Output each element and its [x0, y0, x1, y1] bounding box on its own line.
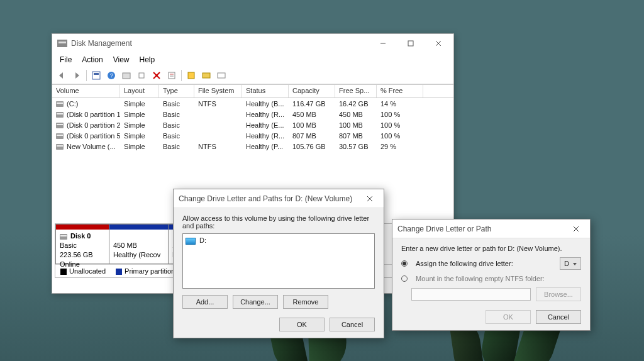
list-item[interactable]: D:: [186, 236, 372, 245]
col-file-system[interactable]: File System: [194, 85, 242, 97]
col-capacity[interactable]: Capacity: [289, 85, 335, 97]
table-row[interactable]: (Disk 0 partition 2)SimpleBasicHealthy (…: [52, 119, 453, 130]
forward-button[interactable]: [70, 69, 84, 82]
drive-icon: [56, 133, 64, 139]
svg-rect-19: [218, 73, 225, 78]
help-icon[interactable]: ?: [104, 69, 118, 82]
menu-action[interactable]: Action: [77, 54, 108, 65]
drive-icon: [186, 238, 196, 245]
col-type[interactable]: Type: [159, 85, 194, 97]
dialog-instruction: Enter a new drive letter or path for D: …: [401, 245, 581, 252]
disk-name: Disk 0: [70, 232, 91, 240]
drive-icon: [56, 101, 64, 107]
cancel-button[interactable]: Cancel: [330, 318, 375, 331]
disk-state: Online: [60, 260, 80, 268]
delete-icon[interactable]: [150, 69, 164, 82]
svg-rect-7: [94, 73, 99, 75]
toolbar-icon[interactable]: [214, 69, 228, 82]
minimize-button[interactable]: [369, 35, 397, 52]
change-button[interactable]: Change...: [233, 295, 278, 309]
close-button[interactable]: [361, 190, 379, 208]
app-icon: [57, 40, 67, 47]
disk-info[interactable]: Disk 0 Basic 223.56 GB Online: [55, 224, 109, 264]
properties-icon[interactable]: [165, 69, 179, 82]
assign-label: Assign the following drive letter:: [416, 260, 555, 267]
drive-icon: [56, 112, 64, 118]
drive-icon: [56, 123, 64, 128]
cancel-button[interactable]: Cancel: [536, 310, 581, 324]
toolbar-icon[interactable]: [119, 69, 133, 82]
change-drive-letter-paths-dialog: Change Drive Letter and Paths for D: (Ne…: [173, 189, 384, 338]
svg-marker-5: [75, 72, 79, 79]
add-button[interactable]: Add...: [182, 295, 228, 309]
dialog-title: Change Drive Letter and Paths for D: (Ne…: [179, 194, 352, 203]
volume-list-header: Volume Layout Type File System Status Ca…: [52, 84, 453, 98]
toolbar-icon[interactable]: [199, 69, 213, 82]
svg-rect-11: [139, 73, 144, 78]
table-row[interactable]: (C:)SimpleBasicNTFSHealthy (B...116.47 G…: [52, 98, 453, 109]
ok-button[interactable]: OK: [279, 318, 325, 331]
mount-label: Mount in the following empty NTFS folder…: [416, 275, 545, 282]
toolbar-icon[interactable]: [89, 69, 103, 82]
svg-rect-14: [169, 72, 175, 79]
disk-icon: [60, 234, 67, 240]
toolbar-icon[interactable]: [135, 69, 148, 82]
ok-button: OK: [486, 310, 531, 324]
drive-icon: [56, 144, 64, 150]
disk-size: 223.56 GB: [60, 251, 93, 258]
disk-type: Basic: [60, 242, 77, 249]
back-button[interactable]: [55, 69, 69, 82]
close-button[interactable]: [425, 35, 452, 52]
radio-assign-letter[interactable]: [401, 260, 408, 267]
dialog-instruction: Allow access to this volume by using the…: [182, 214, 375, 230]
col-free[interactable]: Free Sp...: [335, 85, 377, 97]
dialog-titlebar[interactable]: Change Drive Letter and Paths for D: (Ne…: [174, 189, 384, 208]
window-title: Disk Management: [71, 39, 132, 48]
menu-view[interactable]: View: [108, 54, 135, 65]
svg-rect-17: [188, 72, 194, 79]
close-button[interactable]: [567, 220, 585, 238]
toolbar-icon[interactable]: [184, 69, 198, 82]
titlebar[interactable]: Disk Management: [52, 34, 453, 53]
maximize-button[interactable]: [397, 35, 425, 52]
dialog-title: Change Drive Letter or Path: [397, 225, 491, 233]
paths-listbox[interactable]: D:: [182, 233, 375, 289]
toolbar: ?: [52, 67, 453, 84]
menubar: File Action View Help: [52, 53, 453, 67]
dialog-titlebar[interactable]: Change Drive Letter or Path: [392, 219, 590, 238]
col-status[interactable]: Status: [242, 85, 289, 97]
svg-rect-1: [408, 41, 413, 46]
svg-rect-6: [92, 72, 100, 79]
remove-button[interactable]: Remove: [283, 295, 328, 309]
volume-list: (C:)SimpleBasicNTFSHealthy (B...116.47 G…: [52, 98, 453, 152]
table-row[interactable]: (Disk 0 partition 5)SimpleBasicHealthy (…: [52, 130, 453, 141]
table-row[interactable]: (Disk 0 partition 1)SimpleBasicHealthy (…: [52, 109, 453, 119]
swatch-unallocated: [60, 269, 67, 275]
change-drive-letter-or-path-dialog: Change Drive Letter or Path Enter a new …: [392, 219, 591, 331]
partition-block[interactable]: 450 MB Healthy (Recov: [109, 224, 169, 264]
menu-file[interactable]: File: [55, 54, 77, 65]
radio-mount-folder[interactable]: [401, 275, 408, 282]
col-layout[interactable]: Layout: [120, 85, 159, 97]
menu-help[interactable]: Help: [135, 54, 160, 65]
svg-rect-10: [123, 73, 130, 79]
drive-letter-dropdown[interactable]: D: [560, 257, 581, 270]
col-pct-free[interactable]: % Free: [377, 85, 423, 97]
svg-rect-18: [203, 73, 210, 78]
table-row[interactable]: New Volume (...SimpleBasicNTFSHealthy (P…: [52, 141, 453, 152]
svg-text:?: ?: [110, 72, 113, 79]
folder-path-input: [411, 288, 531, 301]
swatch-primary: [116, 269, 122, 275]
col-volume[interactable]: Volume: [52, 85, 120, 97]
browse-button: Browse...: [536, 287, 581, 301]
svg-marker-4: [59, 72, 63, 79]
